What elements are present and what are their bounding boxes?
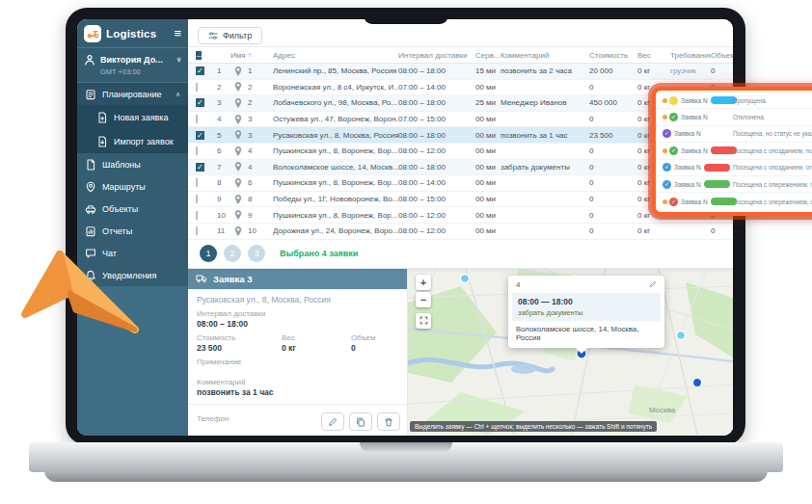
row-checkbox[interactable]: ✓ bbox=[196, 131, 204, 140]
cell-interval: 07:00 – 14:00 bbox=[398, 83, 475, 92]
cell-interval: 08:00 – 12:00 bbox=[398, 146, 475, 155]
copy-button[interactable] bbox=[349, 412, 372, 431]
sidebar-item-objects[interactable]: Объекты bbox=[77, 198, 188, 220]
row-checkbox[interactable] bbox=[196, 178, 198, 187]
user-name: Виктория До... bbox=[100, 55, 163, 65]
row-checkbox[interactable] bbox=[196, 83, 198, 92]
user-icon bbox=[84, 54, 95, 66]
table-row[interactable]: 109Пушкинская ул., 8, Воронеж, Вор...08:… bbox=[188, 207, 733, 224]
cell-cost: 0 bbox=[589, 115, 637, 123]
column-header-name[interactable]: Имя ↑ bbox=[217, 51, 273, 60]
cell-name: 4 bbox=[248, 163, 273, 172]
legend-row: ✓Заявка NПосещена с опережением, отклоне… bbox=[656, 193, 812, 209]
column-header[interactable]: Адрес bbox=[273, 51, 398, 60]
row-number: 8 bbox=[217, 178, 234, 187]
legend-status-text: Посещена с опережением, отклонена. bbox=[733, 199, 812, 205]
filter-button[interactable]: Фильтр bbox=[198, 27, 262, 44]
select-all-checkbox[interactable]: – bbox=[196, 51, 202, 60]
cell-cost: 0 bbox=[589, 163, 637, 172]
cell-service-time: 15 ми bbox=[475, 66, 501, 75]
legend-time-badge bbox=[704, 180, 730, 188]
column-header[interactable]: Вес bbox=[637, 51, 670, 60]
scooter-logo-icon bbox=[84, 25, 101, 42]
edit-button[interactable] bbox=[321, 412, 344, 431]
row-checkbox[interactable]: ✓ bbox=[196, 66, 204, 75]
delete-button[interactable] bbox=[377, 412, 400, 431]
column-header[interactable]: Интервал доставки bbox=[398, 51, 475, 60]
column-header[interactable]: Серв... bbox=[475, 51, 501, 60]
filter-label: Фильтр bbox=[223, 31, 252, 40]
row-number: 3 bbox=[217, 98, 234, 107]
sidebar-item-doc-import[interactable]: Импорт заявок bbox=[77, 129, 188, 153]
table-row[interactable]: ✓11Ленинский пр., 85, Москва, Россия08:0… bbox=[188, 64, 733, 80]
cell-weight: 0 кг bbox=[637, 66, 670, 75]
pagination-bar: 123 Выбрано 4 заявки bbox=[188, 240, 733, 269]
legend-marker-icon: ✓ bbox=[663, 180, 671, 189]
cell-interval: 08:00 – 15:00 bbox=[398, 195, 475, 203]
cell-interval: 08:00 – 14:00 bbox=[398, 178, 475, 187]
row-checkbox[interactable] bbox=[196, 115, 198, 123]
cell-comment: позвонить за 1 час bbox=[501, 131, 589, 140]
legend-dot-icon bbox=[663, 98, 667, 103]
column-header[interactable]: Стоимость bbox=[589, 51, 637, 60]
laptop-base-groove bbox=[360, 442, 452, 453]
sidebar-item-label: Планирование bbox=[102, 90, 161, 99]
sidebar-item-reports[interactable]: Отчеты bbox=[77, 220, 188, 242]
legend-marker-icon: ✓ bbox=[669, 198, 678, 206]
row-checkbox[interactable] bbox=[196, 195, 198, 203]
user-menu[interactable]: Виктория До... ∨ bbox=[77, 48, 188, 67]
divider bbox=[188, 404, 407, 405]
map-marker-light bbox=[677, 331, 686, 339]
map-marker-selected bbox=[693, 378, 702, 386]
legend-marker-icon: ✓ bbox=[663, 129, 671, 138]
copy-icon bbox=[356, 417, 365, 427]
pin-icon bbox=[234, 130, 248, 140]
page-button-2[interactable]: 2 bbox=[224, 245, 241, 262]
sidebar-item-templates[interactable]: Шаблоны bbox=[77, 153, 188, 175]
sidebar-item-planning[interactable]: Планирование∧ bbox=[77, 83, 188, 105]
cost-label: Стоимость bbox=[197, 333, 282, 342]
cell-interval: 07:00 – 15:00 bbox=[398, 115, 475, 123]
note-label: Примечание bbox=[197, 358, 398, 366]
sidebar-item-doc-plus[interactable]: Новая заявка bbox=[77, 105, 188, 129]
page-button-1[interactable]: 1 bbox=[200, 245, 217, 262]
legend-row: Заявка NПропущена. bbox=[656, 93, 812, 109]
row-checkbox[interactable] bbox=[196, 211, 198, 220]
legend-status-text: Посещена с опережением, подтверждена. bbox=[733, 181, 812, 188]
row-number: 1 bbox=[217, 66, 234, 75]
menu-toggle-icon[interactable]: ≡ bbox=[174, 27, 181, 40]
cell-name: 9 bbox=[248, 211, 273, 220]
column-header[interactable]: Комментарий bbox=[501, 51, 589, 60]
cell-volume: 0 bbox=[711, 226, 733, 235]
laptop-camera-notch bbox=[364, 8, 448, 24]
legend-dot-icon bbox=[663, 199, 667, 204]
pin-icon bbox=[234, 146, 248, 156]
cell-name: 1 bbox=[248, 66, 273, 75]
logistics-app-window: Logistics ≡ Виктория До... ∨ GMT +03:00 … bbox=[77, 19, 733, 436]
row-checkbox[interactable]: ✓ bbox=[196, 98, 204, 107]
cell-interval: 08:00 – 12:00 bbox=[398, 226, 475, 235]
routes-icon bbox=[85, 181, 96, 193]
toolbar: Фильтр bbox=[188, 19, 733, 46]
cell-address: Лобачевского ул., 98, Москва, Ро... bbox=[273, 98, 398, 107]
zoom-out-button[interactable]: − bbox=[416, 292, 431, 307]
row-checkbox[interactable] bbox=[196, 226, 198, 235]
column-header[interactable]: Объем bbox=[711, 51, 733, 60]
table-row[interactable]: 1110Дорожная ул., 24, Воронеж, Воро...08… bbox=[188, 224, 733, 240]
sidebar-item-routes[interactable]: Маршруты bbox=[77, 175, 188, 198]
page-button-3[interactable]: 3 bbox=[248, 245, 265, 262]
row-number: 4 bbox=[217, 115, 234, 123]
pin-icon bbox=[234, 98, 248, 108]
zoom-in-button[interactable]: + bbox=[416, 275, 431, 290]
row-number: 7 bbox=[217, 163, 234, 172]
cost-value: 23 500 bbox=[197, 343, 282, 353]
map-canvas[interactable]: + − 4 08:00 — 18:00 забрать документы bbox=[408, 269, 733, 436]
fullscreen-button[interactable] bbox=[416, 313, 431, 329]
legend-label: Заявка N bbox=[674, 130, 701, 137]
row-checkbox[interactable] bbox=[196, 146, 198, 155]
column-header[interactable]: Требования ... bbox=[670, 51, 711, 60]
popup-edit-icon[interactable] bbox=[649, 280, 657, 288]
cell-address: Воронежская ул., 8 с4, Иркутск, И... bbox=[273, 83, 398, 92]
row-checkbox[interactable]: ✓ bbox=[196, 163, 204, 172]
weight-label: Вес bbox=[282, 333, 351, 342]
